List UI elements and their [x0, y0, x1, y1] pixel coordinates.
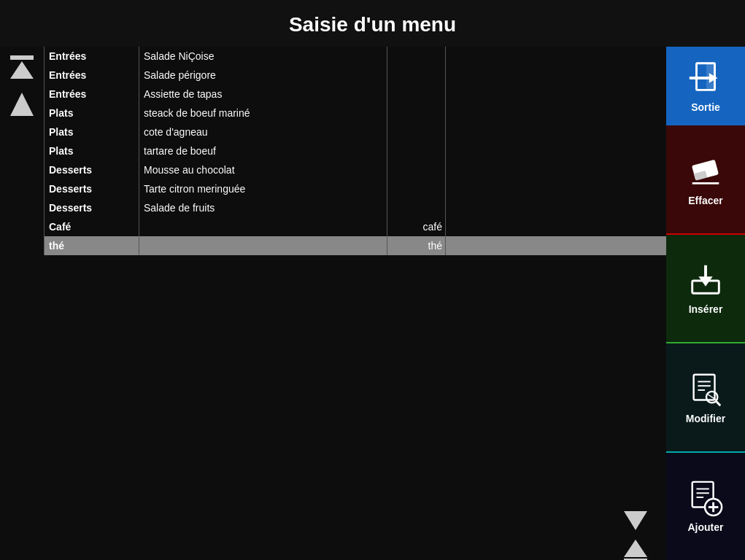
page-title: Saisie d'un menu	[289, 13, 456, 36]
row-price1	[387, 122, 446, 141]
row-price2	[446, 104, 504, 122]
row-price2	[446, 179, 504, 198]
table-row[interactable]: EntréesAssiette de tapas	[45, 85, 666, 104]
row-name: steack de boeuf mariné	[139, 104, 387, 122]
scroll-down-button[interactable]	[619, 508, 652, 535]
page-header: Saisie d'un menu	[0, 0, 745, 47]
table-row[interactable]: Platstartare de boeuf	[45, 141, 666, 160]
row-category: Entrées	[45, 85, 139, 104]
row-extra	[504, 104, 666, 122]
table-row[interactable]: DessertsMousse au chocolat	[45, 160, 666, 179]
row-name: Assiette de tapas	[139, 85, 387, 104]
row-price1	[387, 141, 446, 160]
table-row[interactable]: Platssteack de boeuf mariné	[45, 104, 666, 122]
table-row[interactable]: DessertsSalade de fruits	[45, 198, 666, 217]
modifier-icon	[687, 370, 725, 408]
row-price1: thé	[387, 236, 446, 255]
scroll-top-button[interactable]	[6, 52, 38, 84]
row-price2	[446, 122, 504, 141]
sortie-label: Sortie	[691, 101, 720, 113]
row-price2	[446, 217, 504, 236]
scroll-bottom-button[interactable]	[619, 537, 652, 560]
ajouter-icon	[687, 479, 725, 517]
ajouter-label: Ajouter	[688, 521, 724, 533]
row-name: Mousse au chocolat	[139, 160, 387, 179]
row-category: Desserts	[45, 160, 139, 179]
row-extra	[504, 160, 666, 179]
inserer-icon	[687, 261, 725, 299]
svg-marker-1	[10, 61, 34, 79]
row-price2	[446, 160, 504, 179]
row-extra	[504, 179, 666, 198]
bottom-nav	[0, 519, 666, 560]
modifier-label: Modifier	[686, 413, 725, 424]
row-name: Salade de fruits	[139, 198, 387, 217]
row-price2	[446, 85, 504, 104]
row-name: Tarte citron meringuée	[139, 179, 387, 198]
nav-column	[0, 47, 44, 519]
svg-line-21	[716, 401, 720, 405]
effacer-button[interactable]: Effacer	[666, 125, 745, 235]
row-category: thé	[45, 236, 139, 255]
table-row[interactable]: DessertsTarte citron meringuée	[45, 179, 666, 198]
row-price1	[387, 66, 446, 85]
table-row[interactable]: EntréesSalade périgore	[45, 66, 666, 85]
svg-rect-0	[10, 55, 34, 60]
row-name	[139, 236, 387, 255]
row-price1	[387, 85, 446, 104]
svg-marker-2	[10, 93, 34, 116]
row-price1	[387, 104, 446, 122]
row-category: Entrées	[45, 47, 139, 66]
row-name: cote d'agneau	[139, 122, 387, 141]
menu-table: EntréesSalade NiÇoiseEntréesSalade périg…	[44, 47, 666, 255]
row-name: Salade périgore	[139, 66, 387, 85]
row-price1: café	[387, 217, 446, 236]
row-extra	[504, 236, 666, 255]
table-row[interactable]: EntréesSalade NiÇoise	[45, 47, 666, 66]
row-extra	[504, 47, 666, 66]
row-extra	[504, 198, 666, 217]
row-category: Café	[45, 217, 139, 236]
row-price2	[446, 236, 504, 255]
row-name: tartare de boeuf	[139, 141, 387, 160]
row-price2	[446, 198, 504, 217]
svg-marker-4	[624, 540, 647, 557]
row-category: Plats	[45, 104, 139, 122]
row-price2	[446, 141, 504, 160]
modifier-button[interactable]: Modifier	[666, 343, 745, 453]
inserer-label: Insérer	[689, 303, 723, 315]
row-category: Desserts	[45, 198, 139, 217]
menu-table-area: EntréesSalade NiÇoiseEntréesSalade périg…	[44, 47, 666, 519]
row-extra	[504, 122, 666, 141]
row-name	[139, 217, 387, 236]
row-category: Entrées	[45, 66, 139, 85]
row-price1	[387, 179, 446, 198]
row-category: Desserts	[45, 179, 139, 198]
row-extra	[504, 217, 666, 236]
row-price1	[387, 198, 446, 217]
sidebar: Sortie Effacer	[666, 47, 745, 560]
table-row[interactable]: Cafécafé	[45, 217, 666, 236]
table-row[interactable]: théthé	[45, 236, 666, 255]
effacer-label: Effacer	[688, 195, 722, 206]
row-price1	[387, 160, 446, 179]
row-category: Plats	[45, 141, 139, 160]
row-price2	[446, 66, 504, 85]
effacer-icon	[687, 152, 725, 190]
row-extra	[504, 141, 666, 160]
ajouter-button[interactable]: Ajouter	[666, 453, 745, 561]
sortie-icon	[687, 59, 725, 97]
svg-marker-3	[624, 511, 647, 530]
row-extra	[504, 85, 666, 104]
scroll-up-button[interactable]	[6, 90, 38, 121]
row-price2	[446, 47, 504, 66]
row-price1	[387, 47, 446, 66]
row-category: Plats	[45, 122, 139, 141]
sortie-button[interactable]: Sortie	[666, 47, 745, 125]
row-name: Salade NiÇoise	[139, 47, 387, 66]
table-row[interactable]: Platscote d'agneau	[45, 122, 666, 141]
row-extra	[504, 66, 666, 85]
inserer-button[interactable]: Insérer	[666, 235, 745, 344]
svg-rect-16	[694, 375, 715, 400]
